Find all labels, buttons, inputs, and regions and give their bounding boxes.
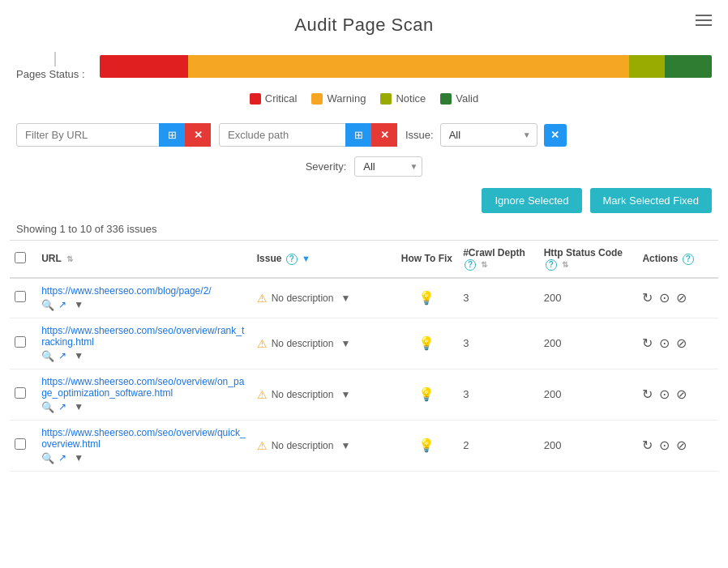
status-warning-bar <box>188 55 630 78</box>
mark-selected-fixed-button[interactable]: Mark Selected Fixed <box>590 188 713 213</box>
external-link-icon[interactable]: ↗ <box>58 350 66 361</box>
url-dropdown-icon[interactable]: ▼ <box>74 452 84 463</box>
search-icon[interactable]: 🔍 <box>41 401 54 413</box>
search-icon[interactable]: 🔍 <box>41 299 54 311</box>
issue-dropdown-icon[interactable]: ▼ <box>340 293 350 304</box>
url-dropdown-icon[interactable]: ▼ <box>74 350 84 361</box>
row-checkbox-cell <box>10 278 36 318</box>
issue-dropdown-icon[interactable]: ▼ <box>340 389 350 400</box>
issue-text: No description <box>272 440 334 451</box>
exclude-filter-wrap: ⊞ ✕ <box>219 123 397 147</box>
http-help-icon[interactable]: ? <box>546 259 557 271</box>
crawl-depth-value: 3 <box>463 337 469 349</box>
url-dropdown-icon[interactable]: ▼ <box>74 299 84 310</box>
url-filter-wrap: ⊞ ✕ <box>16 123 211 147</box>
url-dropdown-icon[interactable]: ▼ <box>74 401 84 412</box>
crawl-depth-value: 2 <box>463 439 469 451</box>
table-wrapper: URL ⇅ Issue ? ▼ How To Fix #Crawl Depth … <box>0 240 728 472</box>
ignore-selected-button[interactable]: Ignore Selected <box>482 188 581 213</box>
hamburger-menu[interactable] <box>696 15 712 26</box>
row-how-to-fix-cell: 💡 <box>396 278 458 318</box>
col-actions-label: Actions <box>642 253 678 264</box>
check-circle-icon[interactable]: ⊙ <box>659 438 670 453</box>
check-circle-icon[interactable]: ⊙ <box>659 386 670 402</box>
bulb-icon: 💡 <box>418 387 435 401</box>
close-icon: ✕ <box>550 129 559 141</box>
table-body: https://www.sheerseo.com/blog/page/2/ 🔍 … <box>10 278 718 472</box>
issue-select-wrapper: All Critical Warning Notice Valid <box>440 123 537 147</box>
row-url-cell: https://www.sheerseo.com/seo/overview/ra… <box>36 318 252 369</box>
legend: Critical Warning Notice Valid <box>0 84 728 117</box>
col-url: URL ⇅ <box>36 241 252 278</box>
pages-status-section: Pages Status : <box>0 44 728 84</box>
refresh-icon[interactable]: ↻ <box>642 438 653 453</box>
col-actions: Actions ? <box>637 241 718 278</box>
crawl-help-icon[interactable]: ? <box>465 259 476 271</box>
external-link-icon[interactable]: ↗ <box>58 452 66 463</box>
issue-content: ⚠ No description ▼ <box>257 337 391 350</box>
pages-status-label: Pages Status : <box>16 68 85 80</box>
status-critical-bar <box>100 55 188 78</box>
refresh-icon[interactable]: ↻ <box>642 386 653 402</box>
col-http-label: Http Status Code <box>544 247 623 258</box>
issue-clear-button[interactable]: ✕ <box>544 124 567 147</box>
url-clear-button[interactable]: ✕ <box>185 123 211 147</box>
issue-select[interactable]: All Critical Warning Notice Valid <box>440 123 537 147</box>
url-filter-buttons: ⊞ ✕ <box>159 123 211 147</box>
url-icons: 🔍 ↗ ▼ <box>41 350 247 362</box>
http-status-value: 200 <box>544 337 562 349</box>
check-circle-icon[interactable]: ⊙ <box>659 290 670 305</box>
external-link-icon[interactable]: ↗ <box>58 401 66 412</box>
issue-help-icon[interactable]: ? <box>286 254 298 265</box>
issue-content: ⚠ No description ▼ <box>257 292 391 305</box>
ban-icon[interactable]: ⊘ <box>676 438 687 453</box>
row-http-status-cell: 200 <box>539 318 638 369</box>
row-actions-cell: ↻ ⊙ ⊘ <box>637 420 718 471</box>
http-sort-icon[interactable]: ⇅ <box>562 260 568 269</box>
issue-dropdown-icon[interactable]: ▼ <box>340 338 350 349</box>
url-icons: 🔍 ↗ ▼ <box>41 299 247 311</box>
table-row: https://www.sheerseo.com/seo/overview/qu… <box>10 420 718 471</box>
url-filter-button[interactable]: ⊞ <box>159 123 185 147</box>
col-issue-label: Issue <box>257 253 282 264</box>
search-icon[interactable]: 🔍 <box>41 350 54 362</box>
showing-text: Showing 1 to 10 of 336 issues <box>0 220 728 240</box>
row-crawl-depth-cell: 3 <box>458 318 539 369</box>
http-status-value: 200 <box>544 439 562 451</box>
filter-icon: ⊞ <box>354 129 363 141</box>
issue-filter-icon[interactable]: ▼ <box>302 254 310 263</box>
row-url-cell: https://www.sheerseo.com/seo/overview/on… <box>36 369 252 420</box>
exclude-clear-button[interactable]: ✕ <box>371 123 397 147</box>
crawl-sort-icon[interactable]: ⇅ <box>481 260 487 269</box>
row-checkbox[interactable] <box>15 387 26 399</box>
col-howtofix-label: How To Fix <box>401 253 452 264</box>
row-how-to-fix-cell: 💡 <box>396 420 458 471</box>
col-how-to-fix: How To Fix <box>396 241 458 278</box>
check-circle-icon[interactable]: ⊙ <box>659 335 670 351</box>
refresh-icon[interactable]: ↻ <box>642 335 653 351</box>
url-sort-icon[interactable]: ⇅ <box>66 254 73 263</box>
issue-dropdown-icon[interactable]: ▼ <box>340 440 350 451</box>
row-checkbox[interactable] <box>15 438 26 450</box>
select-all-checkbox[interactable] <box>15 252 26 263</box>
close-icon: ✕ <box>194 129 203 141</box>
search-icon[interactable]: 🔍 <box>41 452 54 464</box>
external-link-icon[interactable]: ↗ <box>58 299 66 310</box>
refresh-icon[interactable]: ↻ <box>642 290 653 305</box>
table-row: https://www.sheerseo.com/seo/overview/on… <box>10 369 718 420</box>
row-checkbox[interactable] <box>15 336 26 348</box>
severity-select[interactable]: All Critical Warning Notice Valid <box>354 156 422 177</box>
ban-icon[interactable]: ⊘ <box>676 386 687 402</box>
exclude-filter-button[interactable]: ⊞ <box>345 123 371 147</box>
table-row: https://www.sheerseo.com/seo/overview/ra… <box>10 318 718 369</box>
http-status-value: 200 <box>544 388 562 400</box>
issue-text: No description <box>272 389 334 400</box>
page-title: Audit Page Scan <box>294 15 433 36</box>
legend-warning-label: Warning <box>327 92 366 105</box>
row-checkbox[interactable] <box>15 291 26 302</box>
table-header-row: URL ⇅ Issue ? ▼ How To Fix #Crawl Depth … <box>10 241 718 278</box>
ban-icon[interactable]: ⊘ <box>676 335 687 351</box>
legend-critical-label: Critical <box>265 92 298 105</box>
actions-help-icon[interactable]: ? <box>683 254 694 265</box>
ban-icon[interactable]: ⊘ <box>676 290 687 305</box>
